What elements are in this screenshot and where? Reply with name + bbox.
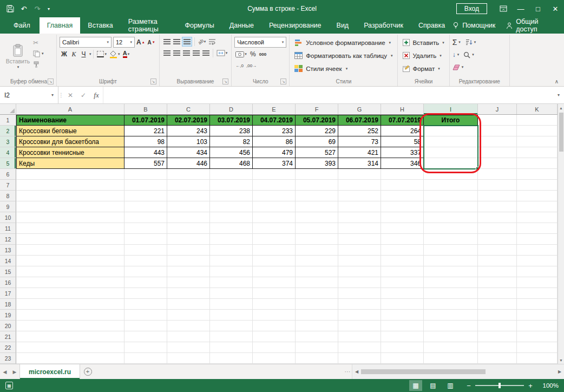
cell-J2[interactable] xyxy=(478,126,517,136)
cell-D12[interactable] xyxy=(210,234,253,245)
row-header-10[interactable]: 10 xyxy=(0,212,16,223)
insert-function-icon[interactable]: fx xyxy=(90,87,103,103)
cell-F15[interactable] xyxy=(296,266,338,277)
dialog-launcher-icon[interactable]: ↘ xyxy=(222,79,228,84)
cell-C14[interactable] xyxy=(167,256,210,266)
format-painter-button[interactable] xyxy=(33,60,44,69)
cell-F1[interactable]: 05.07.2019 xyxy=(296,115,338,126)
cell-K14[interactable] xyxy=(517,256,558,266)
cell-F5[interactable]: 393 xyxy=(296,158,338,169)
row-header-14[interactable]: 14 xyxy=(0,256,16,266)
cell-F9[interactable] xyxy=(296,201,338,212)
cell-F3[interactable]: 69 xyxy=(296,136,338,147)
cell-E1[interactable]: 04.07.2019 xyxy=(253,115,296,126)
cell-A8[interactable] xyxy=(16,191,124,201)
cell-K4[interactable] xyxy=(517,147,558,158)
cell-G2[interactable]: 252 xyxy=(338,126,381,136)
dialog-launcher-icon[interactable]: ↘ xyxy=(280,79,286,84)
cell-F13[interactable] xyxy=(296,245,338,256)
cell-I11[interactable] xyxy=(424,223,478,234)
cell-B4[interactable]: 443 xyxy=(124,147,167,158)
cell-J9[interactable] xyxy=(478,201,517,212)
cell-C10[interactable] xyxy=(167,212,210,223)
select-all-corner[interactable] xyxy=(0,104,16,114)
cell-D19[interactable] xyxy=(210,310,253,321)
cell-E18[interactable] xyxy=(253,299,296,310)
cell-I3[interactable] xyxy=(424,136,478,147)
ribbon-display-options-icon[interactable] xyxy=(495,0,512,17)
cell-I13[interactable] xyxy=(424,245,478,256)
cell-H10[interactable] xyxy=(381,212,424,223)
cell-D5[interactable]: 468 xyxy=(210,158,253,169)
cell-C15[interactable] xyxy=(167,266,210,277)
cell-A1[interactable]: Наименование xyxy=(16,115,124,126)
row-header-5[interactable]: 5 xyxy=(0,158,16,169)
cell-K2[interactable] xyxy=(517,126,558,136)
zoom-in-icon[interactable]: + xyxy=(527,382,534,390)
cell-K20[interactable] xyxy=(517,321,558,331)
row-header-22[interactable]: 22 xyxy=(0,342,16,353)
increase-indent-button[interactable] xyxy=(201,48,211,58)
align-center-button[interactable] xyxy=(172,48,181,58)
formula-bar-expand-icon[interactable]: ▾ xyxy=(553,87,564,103)
row-header-17[interactable]: 17 xyxy=(0,288,16,299)
vertical-scrollbar-thumb[interactable] xyxy=(559,113,563,152)
cell-H9[interactable] xyxy=(381,201,424,212)
cell-C9[interactable] xyxy=(167,201,210,212)
fill-color-button[interactable]: ▾ xyxy=(108,49,121,59)
cell-G23[interactable] xyxy=(338,353,381,364)
horizontal-scrollbar-thumb[interactable] xyxy=(361,369,486,374)
cell-A3[interactable]: Кроссовки для баскетбола xyxy=(16,136,124,147)
cell-J7[interactable] xyxy=(478,180,517,191)
add-sheet-button[interactable]: + xyxy=(80,364,95,379)
cell-D3[interactable]: 82 xyxy=(210,136,253,147)
cell-F2[interactable]: 229 xyxy=(296,126,338,136)
cell-C1[interactable]: 02.07.2019 xyxy=(167,115,210,126)
name-box[interactable]: I2 ▾ xyxy=(0,87,58,103)
cell-I16[interactable] xyxy=(424,277,478,288)
cell-A20[interactable] xyxy=(16,321,124,331)
cell-H17[interactable] xyxy=(381,288,424,299)
cell-E5[interactable]: 374 xyxy=(253,158,296,169)
cell-A11[interactable] xyxy=(16,223,124,234)
cell-C6[interactable] xyxy=(167,169,210,180)
cut-button[interactable]: ✂ xyxy=(33,38,44,47)
name-box-splitter[interactable]: ⋮ xyxy=(58,87,64,103)
cell-E21[interactable] xyxy=(253,331,296,342)
cell-I4[interactable] xyxy=(424,147,478,158)
cell-I2[interactable] xyxy=(424,126,478,136)
cell-F8[interactable] xyxy=(296,191,338,201)
cell-A5[interactable]: Кеды xyxy=(16,158,124,169)
cell-I19[interactable] xyxy=(424,310,478,321)
orientation-button[interactable]: ab▾ xyxy=(197,37,207,47)
cell-G3[interactable]: 73 xyxy=(338,136,381,147)
cell-K18[interactable] xyxy=(517,299,558,310)
cell-G11[interactable] xyxy=(338,223,381,234)
cell-C16[interactable] xyxy=(167,277,210,288)
cell-F19[interactable] xyxy=(296,310,338,321)
increase-decimal-button[interactable]: ←,0 xyxy=(234,61,245,70)
row-header-20[interactable]: 20 xyxy=(0,321,16,331)
row-header-7[interactable]: 7 xyxy=(0,180,16,191)
font-name-combo[interactable]: Calibri▾ xyxy=(60,37,112,48)
cell-G1[interactable]: 06.07.2019 xyxy=(338,115,381,126)
cell-C17[interactable] xyxy=(167,288,210,299)
tab-review[interactable]: Рецензирование xyxy=(261,17,329,34)
zoom-slider-thumb[interactable] xyxy=(499,383,501,388)
cell-K22[interactable] xyxy=(517,342,558,353)
cell-B19[interactable] xyxy=(124,310,167,321)
cell-C23[interactable] xyxy=(167,353,210,364)
underline-dropdown-icon[interactable]: ▾ xyxy=(89,52,91,56)
cancel-icon[interactable]: ✕ xyxy=(64,87,77,103)
cell-B18[interactable] xyxy=(124,299,167,310)
merge-center-button[interactable]: ▾ xyxy=(215,48,229,58)
cell-B2[interactable]: 221 xyxy=(124,126,167,136)
column-header-I[interactable]: I xyxy=(424,104,478,114)
column-header-E[interactable]: E xyxy=(253,104,296,114)
cell-D20[interactable] xyxy=(210,321,253,331)
tab-formulas[interactable]: Формулы xyxy=(177,17,221,34)
dialog-launcher-icon[interactable]: ↘ xyxy=(48,79,54,84)
column-header-B[interactable]: B xyxy=(124,104,167,114)
sort-filter-button[interactable]: ▾ xyxy=(465,37,476,48)
cell-J19[interactable] xyxy=(478,310,517,321)
